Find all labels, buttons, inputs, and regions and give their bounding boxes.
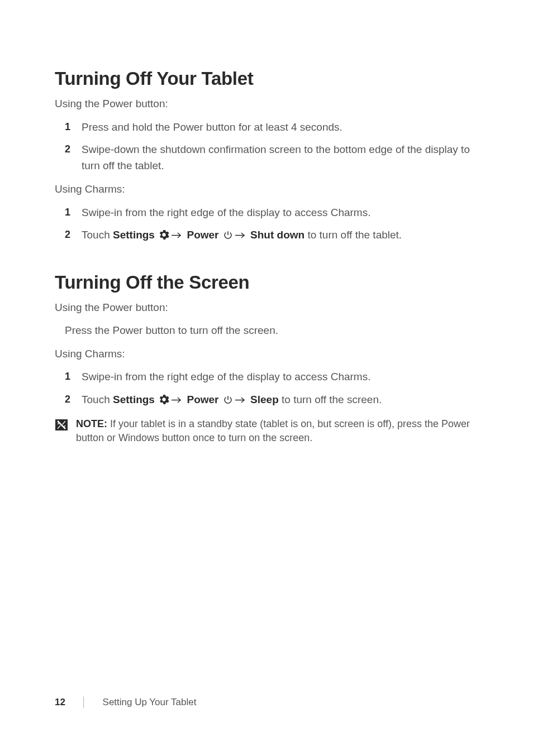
list-item: Touch Settings Power Sleep to turn off t… — [65, 392, 478, 410]
note-body: If your tablet is in a standby state (ta… — [76, 418, 470, 443]
arrow-right-icon — [172, 392, 182, 408]
page-number: 12 — [55, 697, 65, 708]
label-settings: Settings — [113, 394, 155, 405]
arrow-right-icon — [235, 227, 245, 243]
arrow-right-icon — [172, 227, 182, 243]
page-footer: 12 │ Setting Up Your Tablet — [55, 697, 196, 708]
heading-turn-off-screen: Turning Off the Screen — [55, 272, 478, 293]
note-block: NOTE: If your tablet is in a standby sta… — [55, 417, 478, 445]
list-item: Swipe-in from the right edge of the disp… — [65, 369, 478, 385]
list-item: Swipe-down the shutdown confirmation scr… — [65, 142, 478, 174]
intro-power-button-1: Using the Power button: — [55, 96, 478, 112]
intro-power-button-2: Using the Power button: — [55, 300, 478, 315]
gear-icon — [159, 229, 169, 245]
label-settings: Settings — [113, 229, 155, 241]
note-label: NOTE: — [76, 418, 107, 429]
chapter-title: Setting Up Your Tablet — [103, 697, 197, 708]
note-icon — [55, 419, 68, 433]
power-icon — [223, 394, 233, 410]
list-charms-1: Swipe-in from the right edge of the disp… — [65, 205, 478, 245]
text-press-power: Press the Power button to turn off the s… — [65, 323, 478, 338]
text-fragment: to turn off the tablet. — [304, 229, 402, 241]
list-item: Touch Settings Power Shut down to turn o… — [65, 227, 478, 245]
power-icon — [223, 229, 233, 245]
gear-icon — [159, 394, 169, 410]
footer-divider: │ — [81, 697, 87, 708]
arrow-right-icon — [235, 392, 245, 408]
label-shut-down: Shut down — [250, 229, 304, 241]
intro-charms-2: Using Charms: — [55, 346, 478, 362]
heading-turn-off-tablet: Turning Off Your Tablet — [55, 68, 478, 89]
list-charms-2: Swipe-in from the right edge of the disp… — [65, 369, 478, 409]
text-fragment: Touch — [82, 394, 113, 405]
label-power: Power — [187, 229, 219, 241]
text-fragment: to turn off the screen. — [279, 394, 382, 405]
intro-charms-1: Using Charms: — [55, 181, 478, 197]
text-fragment: Touch — [82, 229, 113, 241]
label-power: Power — [187, 394, 219, 405]
list-item: Press and hold the Power button for at l… — [65, 119, 478, 136]
list-power-button-1: Press and hold the Power button for at l… — [65, 119, 478, 174]
note-text: NOTE: If your tablet is in a standby sta… — [76, 417, 478, 445]
label-sleep: Sleep — [250, 394, 279, 405]
list-item: Swipe-in from the right edge of the disp… — [65, 205, 478, 221]
